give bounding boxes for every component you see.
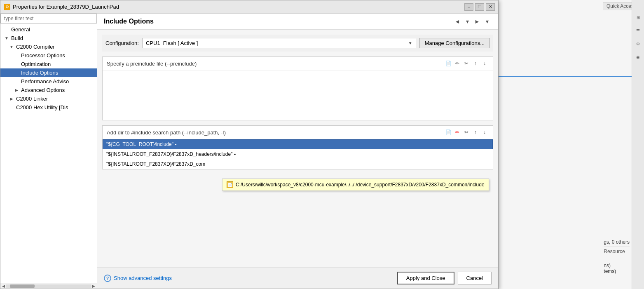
preinclude-up-button[interactable]: ↑ (471, 59, 480, 68)
apply-and-close-button[interactable]: Apply and Close (397, 272, 454, 284)
include-path-label: Add dir to #include search path (--inclu… (107, 129, 226, 136)
preinclude-icons: 📄 ✏ ✂ ↑ ↓ (444, 59, 489, 68)
nav-forward-dropdown-button[interactable]: ▾ (482, 17, 492, 26)
expand-icon-build: ▼ (4, 35, 9, 41)
restore-button[interactable]: ☐ (475, 3, 484, 11)
panel-title: Include Options (104, 18, 154, 25)
help-icon[interactable]: ? (104, 275, 111, 282)
include-path-item-2[interactable]: "${INSTALLROOT_F2837XD}/F2837xD_com (103, 159, 493, 169)
sidebar-label-processor: Processor Options (21, 52, 65, 59)
nav-forward-button[interactable]: ► (473, 17, 482, 26)
sidebar: General ▼ Build ▼ C2000 Compiler (0, 14, 97, 289)
scroll-thumb[interactable] (10, 284, 35, 288)
cancel-button[interactable]: Cancel (458, 272, 492, 284)
show-advanced-settings-link[interactable]: Show advanced settings (114, 275, 172, 281)
sidebar-item-optimization[interactable]: Optimization (0, 60, 97, 68)
config-dropdown-arrow-icon: ▼ (408, 41, 412, 45)
bg-bottom-text: gs, 0 others Resource ns) tems) (604, 239, 630, 274)
preinclude-add-button[interactable]: 📄 (444, 59, 452, 68)
expand-icon-performance (14, 79, 19, 85)
sidebar-item-build[interactable]: ▼ Build (0, 34, 97, 42)
preinclude-edit-button[interactable]: ✏ (453, 59, 461, 68)
scroll-track[interactable] (6, 284, 91, 288)
scroll-left-arrow[interactable]: ◀ (2, 284, 5, 288)
include-path-item-0-value: "${CG_TOOL_ROOT}/include" ▪ (106, 141, 177, 147)
include-path-item-0[interactable]: "${CG_TOOL_ROOT}/include" ▪ (103, 139, 493, 149)
expand-icon-hex (9, 105, 14, 110)
include-path-edit-button[interactable]: ✏ (453, 128, 461, 136)
nav-back-dropdown-button[interactable]: ▾ (463, 17, 472, 26)
tooltip-text: C:/Users/willc/workspace_v8/c2000-mcu-ex… (236, 182, 485, 188)
sidebar-label-linker: C2000 Linker (16, 96, 48, 102)
main-panel: Include Options ◄ ▾ ► ▾ Configuration: C (97, 14, 498, 289)
preinclude-section: Specify a preinclude file (--preinclude)… (102, 56, 493, 120)
include-path-section: Add dir to #include search path (--inclu… (102, 125, 493, 169)
preinclude-delete-button[interactable]: ✂ (462, 59, 471, 68)
include-path-header: Add dir to #include search path (--inclu… (103, 126, 493, 139)
sidebar-tree: General ▼ Build ▼ C2000 Compiler (0, 23, 97, 283)
bottom-bar: ? Show advanced settings Apply and Close… (97, 267, 498, 289)
expand-icon-processor (14, 53, 19, 59)
sidebar-item-include-options[interactable]: Include Options (0, 68, 97, 77)
sidebar-label-hex: C2000 Hex Utility [Dis (16, 104, 68, 110)
include-path-add-button[interactable]: 📄 (444, 128, 452, 136)
include-path-up-button[interactable]: ↑ (471, 128, 480, 136)
right-icon-3: ⚙ (633, 39, 643, 49)
preinclude-down-button[interactable]: ↓ (480, 59, 489, 68)
sidebar-label-include: Include Options (21, 70, 58, 76)
right-icon-1: ⊞ (633, 12, 643, 22)
manage-configs-button[interactable]: Manage Configurations... (419, 38, 490, 48)
close-button[interactable]: ✕ (486, 3, 495, 11)
bottom-left: ? Show advanced settings (104, 275, 172, 282)
include-path-down-button[interactable]: ↓ (480, 128, 489, 136)
bottom-right: Apply and Close Cancel (397, 272, 492, 284)
sidebar-label-advanced: Advanced Options (21, 87, 65, 93)
sidebar-scrollbar[interactable]: ◀ ▶ (0, 283, 97, 289)
expand-icon-include (14, 70, 19, 76)
background-area: Quick Access gs, 0 others Resource ns) t… (496, 0, 644, 289)
sidebar-item-c2000-linker[interactable]: ▶ C2000 Linker (0, 94, 97, 103)
include-path-item-2-value: "${INSTALLROOT_F2837XD}/F2837xD_com (106, 161, 205, 167)
sidebar-label-optimization: Optimization (21, 61, 51, 67)
content-area: General ▼ Build ▼ C2000 Compiler (0, 14, 498, 289)
preinclude-content (103, 70, 493, 120)
nav-back-button[interactable]: ◄ (453, 17, 462, 26)
panel-header: Include Options ◄ ▾ ► ▾ (97, 14, 498, 30)
sidebar-label-compiler: C2000 Compiler (16, 44, 55, 50)
sidebar-item-c2000-compiler[interactable]: ▼ C2000 Compiler (0, 42, 97, 51)
sidebar-item-hex-utility[interactable]: C2000 Hex Utility [Dis (0, 103, 97, 112)
dialog-icon: ⚙ (4, 4, 10, 10)
dialog-title: Properties for Example_28379D_LaunchPad (13, 4, 119, 10)
panel-content: Configuration: CPU1_Flash [ Active ] ▼ M… (97, 30, 498, 267)
right-icon-2: ☰ (633, 26, 643, 35)
include-path-delete-button[interactable]: ✂ (462, 128, 471, 136)
sidebar-item-general[interactable]: General (0, 25, 97, 34)
sidebar-item-performance[interactable]: Performance Adviso (0, 77, 97, 86)
filter-input[interactable] (0, 14, 97, 23)
bg-text-resource: Resource (604, 247, 630, 254)
title-controls: − ☐ ✕ (464, 3, 495, 11)
include-path-icons: 📄 ✏ ✂ ↑ ↓ (444, 128, 489, 136)
config-dropdown[interactable]: CPU1_Flash [ Active ] ▼ (142, 38, 416, 48)
help-icon-char: ? (106, 276, 109, 281)
config-dropdown-value: CPU1_Flash [ Active ] (146, 40, 198, 46)
blue-divider (496, 76, 632, 77)
expand-icon-optimization (14, 61, 19, 67)
include-path-list: "${CG_TOOL_ROOT}/include" ▪ "${INSTALLRO… (103, 139, 493, 169)
tooltip-icon: 📄 (227, 181, 233, 188)
sidebar-item-processor-options[interactable]: Processor Options (0, 51, 97, 60)
panel-nav-icons: ◄ ▾ ► ▾ (453, 17, 492, 26)
include-path-item-1[interactable]: "${INSTALLROOT_F2837XD}/F2837xD_headers/… (103, 149, 493, 159)
bg-text-4: tems) (604, 268, 630, 274)
right-icon-4: ◉ (633, 52, 643, 62)
title-bar: ⚙ Properties for Example_28379D_LaunchPa… (0, 0, 498, 14)
title-bar-left: ⚙ Properties for Example_28379D_LaunchPa… (4, 4, 119, 10)
minimize-button[interactable]: − (464, 3, 473, 11)
sidebar-label-build: Build (11, 35, 23, 41)
properties-dialog: ⚙ Properties for Example_28379D_LaunchPa… (0, 0, 499, 289)
bg-text-3: ns) (604, 263, 630, 268)
scroll-right-arrow[interactable]: ▶ (92, 284, 95, 288)
sidebar-item-advanced-options[interactable]: ▶ Advanced Options (0, 86, 97, 94)
dialog-icon-char: ⚙ (5, 5, 9, 9)
dialog-wrapper: Quick Access gs, 0 others Resource ns) t… (0, 0, 644, 289)
